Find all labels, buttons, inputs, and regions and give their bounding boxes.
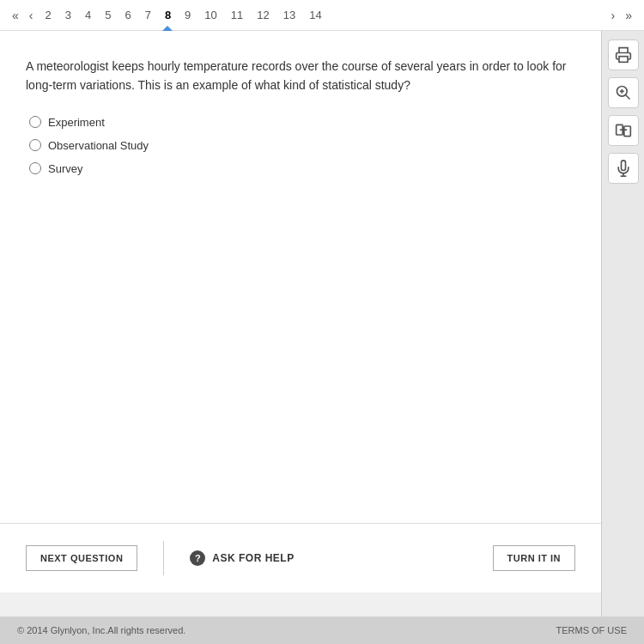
next-question-button[interactable]: NEXT QUESTION — [26, 545, 137, 571]
page-9[interactable]: 9 — [178, 0, 197, 31]
page-6[interactable]: 6 — [118, 0, 137, 31]
terms-of-use-link[interactable]: TERMS OF USE — [556, 625, 627, 635]
page-11[interactable]: 11 — [224, 0, 250, 31]
option-experiment[interactable]: Experiment — [29, 116, 575, 129]
turn-it-in-button[interactable]: TURN IT IN — [493, 545, 575, 571]
answer-options: Experiment Observational Study Survey — [29, 116, 575, 175]
option-experiment-label: Experiment — [48, 116, 105, 129]
option-survey[interactable]: Survey — [29, 162, 575, 175]
translate-tool[interactable] — [608, 115, 639, 146]
print-tool[interactable] — [608, 39, 639, 70]
question-text: A meteorologist keeps hourly temperature… — [26, 57, 575, 95]
page-2[interactable]: 2 — [38, 0, 58, 31]
next-page-button[interactable]: › — [606, 9, 621, 22]
first-page-button[interactable]: « — [7, 9, 24, 22]
svg-rect-0 — [619, 57, 628, 63]
prev-page-button[interactable]: ‹ — [24, 9, 39, 22]
footer: © 2014 Glynlyon, Inc.All rights reserved… — [0, 617, 644, 644]
option-observational[interactable]: Observational Study — [29, 139, 575, 152]
radio-experiment[interactable] — [29, 116, 41, 128]
page-7[interactable]: 7 — [138, 0, 158, 31]
page-14[interactable]: 14 — [302, 0, 328, 31]
ask-help-text: ASK FOR HELP — [212, 552, 294, 564]
svg-line-2 — [625, 95, 629, 100]
radio-observational[interactable] — [29, 139, 41, 151]
page-3[interactable]: 3 — [58, 0, 78, 31]
radio-survey[interactable] — [29, 162, 41, 174]
help-icon: ? — [190, 550, 205, 566]
page-5[interactable]: 5 — [98, 0, 118, 31]
action-divider — [163, 541, 164, 575]
top-navigation: « ‹ 2 3 4 5 6 7 8 9 10 11 12 13 14 › » — [0, 0, 644, 31]
page-numbers: 2 3 4 5 6 7 8 9 10 11 12 13 14 — [38, 0, 605, 31]
zoom-tool[interactable] — [608, 77, 639, 108]
question-section: A meteorologist keeps hourly temperature… — [0, 31, 601, 523]
page-8-active[interactable]: 8 — [158, 0, 178, 31]
page-4[interactable]: 4 — [78, 0, 98, 31]
page-10[interactable]: 10 — [197, 0, 223, 31]
page-13[interactable]: 13 — [276, 0, 302, 31]
page-12[interactable]: 12 — [250, 0, 276, 31]
option-observational-label: Observational Study — [48, 139, 149, 152]
last-page-button[interactable]: » — [620, 9, 637, 22]
svg-rect-6 — [623, 126, 630, 137]
microphone-tool[interactable] — [608, 153, 639, 184]
action-bar: NEXT QUESTION ? ASK FOR HELP TURN IT IN — [0, 523, 601, 592]
ask-help-container[interactable]: ? ASK FOR HELP — [190, 550, 492, 566]
copyright-text: © 2014 Glynlyon, Inc.All rights reserved… — [17, 625, 185, 635]
right-sidebar — [601, 31, 644, 644]
option-survey-label: Survey — [48, 162, 82, 175]
